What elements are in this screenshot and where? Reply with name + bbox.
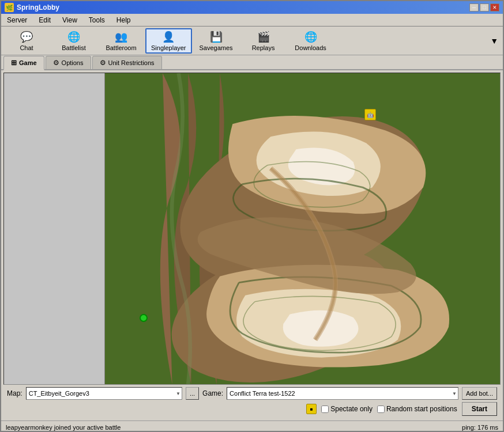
title-bar: 🌿 SpringLobby ─ □ ✕ (1, 1, 503, 14)
spectate-checkbox[interactable] (321, 406, 329, 413)
toolbar-overflow[interactable]: ▼ (488, 34, 501, 48)
random-start-label: Random start positions (386, 405, 457, 413)
downloads-label: Downloads (295, 44, 326, 51)
menu-tools[interactable]: Tools (85, 15, 108, 25)
start-button[interactable]: Start (462, 402, 497, 416)
toolbar-replays[interactable]: 🎬 Replays (240, 28, 287, 54)
random-start-group: Random start positions (377, 405, 457, 413)
options-tab-label: Options (62, 59, 84, 66)
toolbar-singleplayer[interactable]: 👤 Singleplayer (145, 28, 192, 54)
left-panel (4, 73, 105, 384)
menu-server[interactable]: Server (3, 15, 31, 25)
title-bar-text: 🌿 SpringLobby (5, 3, 59, 12)
options-tab-icon: ⚙ (53, 59, 59, 67)
game-label: Game: (202, 389, 223, 397)
unit-restrictions-tab-label: Unit Restrictions (108, 59, 155, 66)
tab-game[interactable]: ⊞ Game (3, 56, 44, 70)
toolbar-battlelist[interactable]: 🌐 Battlelist (51, 28, 97, 54)
unit-restrictions-tab-icon: ⚙ (100, 59, 106, 67)
app-icon: 🌿 (5, 3, 14, 12)
maximize-button[interactable]: □ (480, 3, 489, 12)
status-bar: leapyearmonkey joined your active battle… (1, 420, 503, 432)
ping-display: ping: 176 ms (462, 424, 498, 431)
status-message: leapyearmonkey joined your active battle (6, 424, 121, 431)
bot-icon: 🤖 (367, 112, 374, 118)
singleplayer-icon: 👤 (161, 31, 175, 43)
battleroom-label: Battleroom (106, 44, 136, 51)
game-value: Conflict Terra test-1522 (230, 390, 295, 397)
chat-label: Chat (20, 44, 33, 51)
spectate-label: Spectate only (330, 405, 373, 413)
tab-unit-restrictions[interactable]: ⚙ Unit Restrictions (92, 56, 162, 69)
app-title: SpringLobby (17, 3, 59, 12)
random-start-checkbox[interactable] (377, 406, 385, 413)
bottom-controls: Map: CT_Eitbyeit_Gorgev3 ... Game: Confl… (3, 385, 501, 418)
spectate-group: Spectate only (321, 405, 373, 413)
singleplayer-label: Singleplayer (151, 44, 186, 51)
player-color-icon[interactable]: ■ (306, 404, 317, 414)
map-svg (105, 73, 500, 384)
replays-label: Replays (252, 44, 275, 51)
player-marker[interactable] (140, 314, 148, 322)
menu-help[interactable]: Help (113, 15, 134, 25)
tab-options[interactable]: ⚙ Options (46, 56, 91, 69)
game-tab-label: Game (19, 59, 37, 66)
menu-edit[interactable]: Edit (35, 15, 54, 25)
toolbar-downloads[interactable]: 🌐 Downloads (288, 28, 334, 54)
minimize-button[interactable]: ─ (469, 3, 479, 12)
map-label: Map: (7, 389, 22, 397)
map-display: 🤖 (105, 73, 500, 384)
bot-marker[interactable]: 🤖 (364, 109, 376, 120)
game-combo[interactable]: Conflict Terra test-1522 (227, 387, 458, 400)
toolbar: 💬 Chat 🌐 Battlelist 👥 Battleroom 👤 Singl… (1, 26, 503, 55)
toolbar-savegames[interactable]: 💾 Savegames (193, 28, 239, 54)
toolbar-chat[interactable]: 💬 Chat (3, 28, 50, 54)
map-wrapper: 🤖 (3, 73, 501, 385)
options-row: ■ Spectate only Random start positions S… (7, 402, 497, 416)
toolbar-battleroom[interactable]: 👥 Battleroom (98, 28, 144, 54)
replays-icon: 🎬 (257, 31, 270, 43)
add-bot-button[interactable]: Add bot... (462, 387, 497, 400)
map-value: CT_Eitbyeit_Gorgev3 (29, 390, 89, 397)
main-content: 🤖 Map: CT_Eitbyeit_Gorgev3 ... Game: Con… (1, 70, 503, 420)
menu-view[interactable]: View (59, 15, 81, 25)
map-browse-button[interactable]: ... (186, 387, 199, 400)
savegames-icon: 💾 (209, 31, 223, 43)
title-bar-controls: ─ □ ✕ (469, 3, 499, 12)
menu-bar: Server Edit View Tools Help (1, 14, 503, 26)
map-combo[interactable]: CT_Eitbyeit_Gorgev3 (26, 387, 182, 400)
tab-bar: ⊞ Game ⚙ Options ⚙ Unit Restrictions (1, 55, 503, 70)
map-game-row: Map: CT_Eitbyeit_Gorgev3 ... Game: Confl… (7, 387, 497, 400)
battleroom-icon: 👥 (114, 31, 128, 43)
battlelist-icon: 🌐 (67, 31, 81, 43)
close-button[interactable]: ✕ (490, 3, 499, 12)
game-tab-icon: ⊞ (11, 59, 17, 67)
battlelist-label: Battlelist (62, 44, 86, 51)
chat-icon: 💬 (20, 31, 33, 43)
downloads-icon: 🌐 (304, 31, 318, 43)
savegames-label: Savegames (200, 44, 233, 51)
